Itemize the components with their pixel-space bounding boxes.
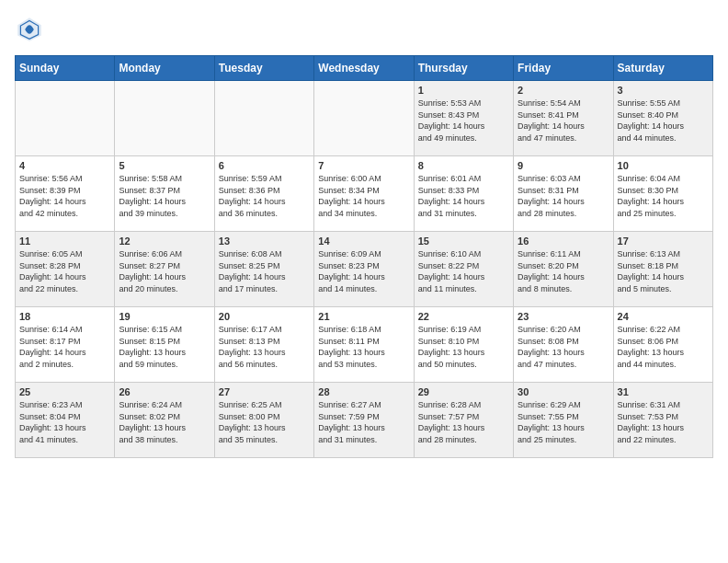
calendar-cell: 14Sunrise: 6:09 AM Sunset: 8:23 PM Dayli… [314, 232, 414, 307]
calendar-cell: 28Sunrise: 6:27 AM Sunset: 7:59 PM Dayli… [314, 383, 414, 458]
calendar-cell: 6Sunrise: 5:59 AM Sunset: 8:36 PM Daylig… [214, 156, 313, 232]
day-number: 26 [119, 386, 210, 397]
calendar-cell: 20Sunrise: 6:17 AM Sunset: 8:13 PM Dayli… [214, 307, 313, 383]
calendar-cell: 9Sunrise: 6:03 AM Sunset: 8:31 PM Daylig… [514, 156, 613, 232]
calendar-cell: 21Sunrise: 6:18 AM Sunset: 8:11 PM Dayli… [314, 307, 414, 383]
day-number: 28 [318, 386, 409, 397]
calendar-cell: 7Sunrise: 6:00 AM Sunset: 8:34 PM Daylig… [314, 156, 414, 232]
day-number: 22 [418, 311, 509, 322]
day-info: Sunrise: 6:17 AM Sunset: 8:13 PM Dayligh… [219, 324, 310, 370]
day-info: Sunrise: 6:24 AM Sunset: 8:02 PM Dayligh… [119, 399, 210, 445]
calendar-cell: 29Sunrise: 6:28 AM Sunset: 7:57 PM Dayli… [414, 383, 513, 458]
calendar-week-row: 1Sunrise: 5:53 AM Sunset: 8:43 PM Daylig… [16, 81, 713, 156]
day-number: 18 [19, 311, 110, 322]
day-number: 25 [19, 386, 110, 397]
day-info: Sunrise: 6:01 AM Sunset: 8:33 PM Dayligh… [418, 173, 509, 219]
day-of-week-header: Monday [115, 56, 214, 81]
day-info: Sunrise: 5:53 AM Sunset: 8:43 PM Dayligh… [418, 98, 509, 144]
day-info: Sunrise: 5:55 AM Sunset: 8:40 PM Dayligh… [618, 98, 709, 144]
calendar-week-row: 18Sunrise: 6:14 AM Sunset: 8:17 PM Dayli… [16, 307, 713, 383]
day-of-week-header: Friday [514, 56, 613, 81]
calendar-cell: 11Sunrise: 6:05 AM Sunset: 8:28 PM Dayli… [16, 232, 115, 307]
day-info: Sunrise: 6:31 AM Sunset: 7:53 PM Dayligh… [618, 399, 709, 445]
calendar-cell: 26Sunrise: 6:24 AM Sunset: 8:02 PM Dayli… [115, 383, 214, 458]
day-number: 10 [618, 160, 709, 171]
day-number: 15 [418, 236, 509, 247]
day-of-week-header: Tuesday [214, 56, 313, 81]
day-number: 24 [618, 311, 709, 322]
calendar-cell: 19Sunrise: 6:15 AM Sunset: 8:15 PM Dayli… [115, 307, 214, 383]
day-info: Sunrise: 5:56 AM Sunset: 8:39 PM Dayligh… [19, 173, 110, 219]
day-info: Sunrise: 6:14 AM Sunset: 8:17 PM Dayligh… [19, 324, 110, 370]
calendar-table: SundayMondayTuesdayWednesdayThursdayFrid… [15, 55, 713, 458]
day-info: Sunrise: 5:54 AM Sunset: 8:41 PM Dayligh… [518, 98, 609, 144]
calendar-cell: 30Sunrise: 6:29 AM Sunset: 7:55 PM Dayli… [514, 383, 613, 458]
day-number: 14 [318, 236, 409, 247]
day-info: Sunrise: 5:58 AM Sunset: 8:37 PM Dayligh… [119, 173, 210, 219]
day-number: 7 [318, 160, 409, 171]
calendar-cell: 13Sunrise: 6:08 AM Sunset: 8:25 PM Dayli… [214, 232, 313, 307]
calendar-cell: 16Sunrise: 6:11 AM Sunset: 8:20 PM Dayli… [514, 232, 613, 307]
day-info: Sunrise: 6:06 AM Sunset: 8:27 PM Dayligh… [119, 248, 210, 294]
day-number: 4 [19, 160, 110, 171]
day-info: Sunrise: 6:09 AM Sunset: 8:23 PM Dayligh… [318, 248, 409, 294]
day-info: Sunrise: 6:11 AM Sunset: 8:20 PM Dayligh… [518, 248, 609, 294]
day-number: 27 [219, 386, 310, 397]
day-info: Sunrise: 6:10 AM Sunset: 8:22 PM Dayligh… [418, 248, 509, 294]
day-info: Sunrise: 6:05 AM Sunset: 8:28 PM Dayligh… [19, 248, 110, 294]
day-info: Sunrise: 6:03 AM Sunset: 8:31 PM Dayligh… [518, 173, 609, 219]
calendar-week-row: 25Sunrise: 6:23 AM Sunset: 8:04 PM Dayli… [16, 383, 713, 458]
calendar-cell [314, 81, 414, 156]
day-number: 17 [618, 236, 709, 247]
calendar-cell: 10Sunrise: 6:04 AM Sunset: 8:30 PM Dayli… [613, 156, 712, 232]
day-info: Sunrise: 5:59 AM Sunset: 8:36 PM Dayligh… [219, 173, 310, 219]
calendar-cell: 17Sunrise: 6:13 AM Sunset: 8:18 PM Dayli… [613, 232, 712, 307]
calendar-cell: 18Sunrise: 6:14 AM Sunset: 8:17 PM Dayli… [16, 307, 115, 383]
calendar-cell: 27Sunrise: 6:25 AM Sunset: 8:00 PM Dayli… [214, 383, 313, 458]
day-info: Sunrise: 6:19 AM Sunset: 8:10 PM Dayligh… [418, 324, 509, 370]
calendar-cell: 22Sunrise: 6:19 AM Sunset: 8:10 PM Dayli… [414, 307, 513, 383]
day-number: 21 [318, 311, 409, 322]
day-number: 31 [618, 386, 709, 397]
day-info: Sunrise: 6:08 AM Sunset: 8:25 PM Dayligh… [219, 248, 310, 294]
calendar-cell [115, 81, 214, 156]
day-number: 6 [219, 160, 310, 171]
day-of-week-header: Sunday [16, 56, 115, 81]
day-info: Sunrise: 6:28 AM Sunset: 7:57 PM Dayligh… [418, 399, 509, 445]
day-number: 30 [518, 386, 609, 397]
day-info: Sunrise: 6:23 AM Sunset: 8:04 PM Dayligh… [19, 399, 110, 445]
day-info: Sunrise: 6:25 AM Sunset: 8:00 PM Dayligh… [219, 399, 310, 445]
day-info: Sunrise: 6:29 AM Sunset: 7:55 PM Dayligh… [518, 399, 609, 445]
calendar-week-row: 11Sunrise: 6:05 AM Sunset: 8:28 PM Dayli… [16, 232, 713, 307]
day-number: 29 [418, 386, 509, 397]
logo [15, 15, 48, 44]
day-number: 1 [418, 85, 509, 96]
day-number: 20 [219, 311, 310, 322]
calendar-cell: 4Sunrise: 5:56 AM Sunset: 8:39 PM Daylig… [16, 156, 115, 232]
day-info: Sunrise: 6:15 AM Sunset: 8:15 PM Dayligh… [119, 324, 210, 370]
day-number: 11 [19, 236, 110, 247]
calendar-cell: 2Sunrise: 5:54 AM Sunset: 8:41 PM Daylig… [514, 81, 613, 156]
day-of-week-header: Wednesday [314, 56, 414, 81]
calendar-cell [16, 81, 115, 156]
calendar-cell [214, 81, 313, 156]
logo-icon [15, 15, 44, 44]
day-number: 9 [518, 160, 609, 171]
day-number: 8 [418, 160, 509, 171]
calendar-cell: 23Sunrise: 6:20 AM Sunset: 8:08 PM Dayli… [514, 307, 613, 383]
day-of-week-header: Saturday [613, 56, 712, 81]
day-number: 3 [618, 85, 709, 96]
day-number: 23 [518, 311, 609, 322]
calendar-cell: 15Sunrise: 6:10 AM Sunset: 8:22 PM Dayli… [414, 232, 513, 307]
day-info: Sunrise: 6:13 AM Sunset: 8:18 PM Dayligh… [618, 248, 709, 294]
calendar-cell: 31Sunrise: 6:31 AM Sunset: 7:53 PM Dayli… [613, 383, 712, 458]
page-header [15, 15, 713, 44]
calendar-cell: 24Sunrise: 6:22 AM Sunset: 8:06 PM Dayli… [613, 307, 712, 383]
day-info: Sunrise: 6:18 AM Sunset: 8:11 PM Dayligh… [318, 324, 409, 370]
calendar-cell: 5Sunrise: 5:58 AM Sunset: 8:37 PM Daylig… [115, 156, 214, 232]
day-of-week-header: Thursday [414, 56, 513, 81]
day-number: 16 [518, 236, 609, 247]
day-info: Sunrise: 6:22 AM Sunset: 8:06 PM Dayligh… [618, 324, 709, 370]
day-info: Sunrise: 6:00 AM Sunset: 8:34 PM Dayligh… [318, 173, 409, 219]
day-info: Sunrise: 6:04 AM Sunset: 8:30 PM Dayligh… [618, 173, 709, 219]
